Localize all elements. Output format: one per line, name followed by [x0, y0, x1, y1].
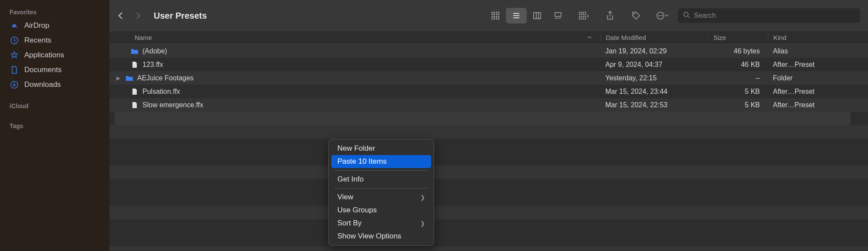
document-icon: [10, 65, 19, 75]
airdrop-icon: [10, 21, 19, 30]
menu-item-view[interactable]: View ❯: [331, 191, 431, 204]
file-icon: [130, 87, 139, 96]
file-name: Slow emergence.ffx: [142, 101, 203, 109]
sidebar-item-label: Downloads: [24, 80, 61, 89]
svg-rect-14: [555, 18, 556, 19]
column-view-button[interactable]: [527, 8, 548, 23]
svg-rect-6: [496, 17, 499, 19]
sidebar-section-icloud: iCloud: [0, 99, 109, 112]
sidebar-heading-tags: Tags: [0, 119, 109, 132]
sidebar-item-airdrop[interactable]: AirDrop: [0, 18, 109, 33]
svg-rect-20: [583, 17, 586, 19]
file-kind: After…Preset: [768, 101, 868, 109]
column-header-date[interactable]: Date Modified: [600, 34, 708, 41]
nav-buttons: [117, 11, 142, 20]
column-header-size[interactable]: Size: [708, 34, 768, 41]
svg-rect-13: [555, 13, 561, 17]
file-row[interactable]: (Adobe) Jan 19, 2024, 02:29 46 bytes Ali…: [109, 44, 868, 58]
svg-point-24: [660, 15, 661, 16]
tags-button[interactable]: [627, 8, 645, 23]
file-date: Jan 19, 2024, 02:29: [600, 47, 708, 55]
main-content: User Presets: [109, 0, 868, 251]
sidebar-item-label: AirDrop: [24, 21, 50, 30]
file-icon: [130, 60, 139, 69]
sidebar-item-label: Documents: [24, 66, 62, 74]
file-icon: [130, 101, 139, 109]
file-size: 46 bytes: [708, 47, 768, 55]
svg-line-27: [688, 16, 690, 18]
file-size: 46 KB: [708, 61, 768, 69]
svg-rect-5: [492, 17, 495, 19]
file-list[interactable]: (Adobe) Jan 19, 2024, 02:29 46 bytes Ali…: [109, 44, 868, 251]
list-view-button[interactable]: [506, 8, 527, 23]
view-mode-buttons: [485, 8, 568, 23]
sidebar-item-documents[interactable]: Documents: [0, 63, 109, 77]
share-button[interactable]: [601, 8, 619, 23]
clock-icon: [10, 36, 19, 45]
folder-icon: [130, 47, 139, 56]
svg-point-25: [662, 15, 663, 16]
icon-view-button[interactable]: [485, 8, 506, 23]
toolbar-actions: [575, 8, 671, 23]
sidebar-item-label: Applications: [24, 51, 64, 59]
file-name: (Adobe): [142, 47, 167, 55]
file-date: Mar 15, 2024, 23:44: [600, 88, 708, 96]
file-date: Mar 15, 2024, 22:53: [600, 101, 708, 109]
svg-rect-10: [534, 13, 541, 19]
svg-rect-16: [559, 18, 561, 19]
file-row[interactable]: Slow emergence.ffx Mar 15, 2024, 22:53 5…: [109, 98, 868, 112]
forward-button[interactable]: [135, 11, 142, 20]
menu-item-new-folder[interactable]: New Folder: [331, 142, 431, 155]
svg-rect-18: [579, 17, 582, 19]
chevron-right-icon: ❯: [420, 220, 425, 227]
search-input[interactable]: [694, 12, 855, 20]
menu-item-use-groups[interactable]: Use Groups: [331, 204, 431, 217]
file-name: AEJuice Footages: [137, 74, 194, 82]
sidebar-item-downloads[interactable]: Downloads: [0, 77, 109, 92]
group-button[interactable]: [575, 8, 593, 23]
columns-header: Name Date Modified Size Kind: [109, 31, 868, 44]
sidebar-heading-icloud: iCloud: [0, 99, 109, 112]
file-row[interactable]: Pulsation.ffx Mar 15, 2024, 23:44 5 KB A…: [109, 85, 868, 98]
menu-item-sort-by[interactable]: Sort By ❯: [331, 217, 431, 230]
toolbar: User Presets: [109, 0, 868, 31]
svg-rect-17: [579, 12, 582, 15]
file-size: 5 KB: [708, 101, 768, 109]
back-button[interactable]: [117, 11, 124, 20]
file-date: Apr 9, 2024, 04:37: [600, 61, 708, 69]
more-button[interactable]: [653, 8, 671, 23]
menu-item-get-info[interactable]: Get Info: [331, 173, 431, 186]
column-header-kind[interactable]: Kind: [768, 34, 868, 41]
window-title: User Presets: [154, 11, 207, 21]
file-kind: Folder: [768, 74, 868, 82]
sidebar-section-favorites: Favorites AirDrop Recents Applications D…: [0, 5, 109, 92]
svg-rect-4: [496, 12, 499, 15]
sidebar-item-label: Recents: [24, 36, 51, 45]
sort-chevron-icon: [587, 34, 592, 41]
search-box[interactable]: [678, 8, 860, 23]
file-name: Pulsation.ffx: [142, 88, 180, 96]
svg-rect-19: [583, 12, 586, 15]
sidebar-item-recents[interactable]: Recents: [0, 33, 109, 48]
menu-divider: [335, 188, 428, 188]
file-name: 123.ffx: [142, 61, 163, 69]
svg-point-23: [658, 15, 659, 16]
sidebar-section-tags: Tags: [0, 119, 109, 132]
sidebar-item-applications[interactable]: Applications: [0, 48, 109, 63]
file-row[interactable]: ▶ AEJuice Footages Yesterday, 22:15 -- F…: [109, 71, 868, 85]
context-menu: New Folder Paste 10 Items Get Info View …: [328, 139, 434, 246]
file-row[interactable]: 123.ffx Apr 9, 2024, 04:37 46 KB After…P…: [109, 58, 868, 71]
sidebar-heading-favorites: Favorites: [0, 5, 109, 18]
chevron-right-icon: ❯: [420, 194, 425, 201]
applications-icon: [10, 50, 19, 60]
folder-icon: [125, 74, 134, 83]
disclosure-triangle[interactable]: ▶: [116, 75, 122, 81]
search-icon: [683, 11, 690, 20]
file-size: 5 KB: [708, 88, 768, 96]
file-size: --: [708, 74, 768, 82]
menu-item-paste[interactable]: Paste 10 Items: [331, 155, 431, 168]
column-header-name[interactable]: Name: [109, 34, 600, 41]
gallery-view-button[interactable]: [548, 8, 568, 23]
file-date: Yesterday, 22:15: [600, 74, 708, 82]
menu-item-show-view-options[interactable]: Show View Options: [331, 230, 431, 243]
